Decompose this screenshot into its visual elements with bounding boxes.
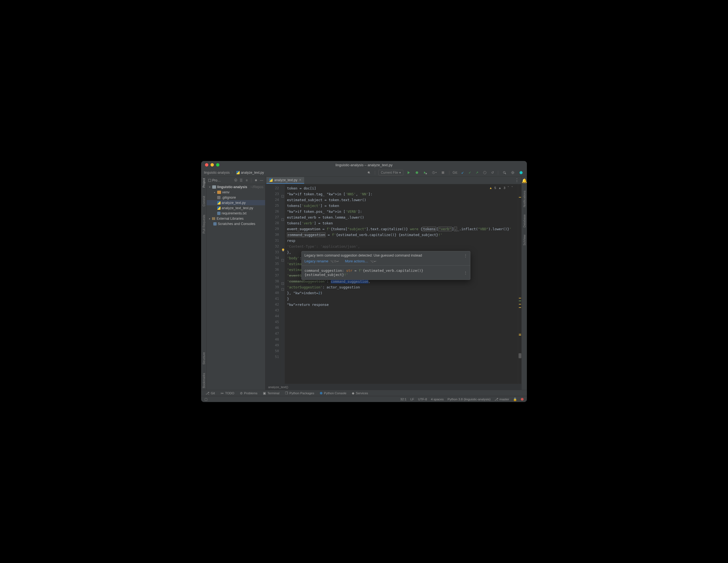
zoom-window-icon[interactable] — [216, 163, 219, 167]
todo-tool-button[interactable]: ≔TODO — [221, 391, 234, 395]
intention-message: Legacy term command suggestion detected:… — [304, 254, 422, 257]
notifications-tool-tab[interactable]: Notifications — [523, 191, 526, 207]
search-everywhere-button[interactable] — [501, 170, 507, 175]
legacy-rename-link[interactable]: Legacy rename — [304, 259, 328, 263]
breadcrumb-project[interactable]: linguistic-analysis — [204, 171, 230, 175]
python-file-icon — [217, 206, 221, 210]
fold-toggle-icon[interactable]: − — [281, 288, 284, 291]
stop-button[interactable] — [440, 170, 446, 175]
scroll-thumb[interactable] — [519, 353, 521, 358]
git-history-button[interactable] — [482, 170, 488, 175]
run-config-selector[interactable]: Current File▾ — [378, 170, 404, 175]
toolbar-separator: │ — [250, 178, 253, 182]
git-push-button[interactable]: ↗ — [475, 170, 480, 175]
breadcrumb-file[interactable]: analyze_text.py — [241, 171, 264, 175]
select-opened-file-icon[interactable]: ⦿ — [234, 178, 238, 182]
commit-tool-tab[interactable]: Commit — [202, 196, 206, 206]
sciview-tool-tab[interactable]: SciView — [523, 235, 526, 245]
tool-settings-icon[interactable]: ✸ — [254, 178, 258, 182]
tree-row-scratches[interactable]: Scratches and Consoles — [207, 221, 265, 226]
close-window-icon[interactable] — [205, 163, 208, 167]
code-with-me-button[interactable] — [518, 170, 524, 175]
services-tool-button[interactable]: ◆Services — [352, 391, 368, 395]
collapse-all-icon[interactable]: ≡ — [245, 178, 249, 182]
editor-tab[interactable]: analyze_text.py✕ — [266, 177, 304, 184]
toolbar-separator: │ — [374, 171, 376, 175]
expand-all-icon[interactable]: ☰ — [239, 178, 243, 182]
ide-settings-button[interactable] — [510, 170, 516, 175]
rollback-button[interactable]: ↺ — [490, 170, 495, 175]
tree-row-venv[interactable]: ▸venv — [207, 190, 265, 195]
debug-button[interactable] — [414, 170, 420, 175]
python-interpreter[interactable]: Python 3.8 (linguistic-analysis) — [448, 398, 491, 401]
popup-options-icon[interactable]: ⋮ — [464, 254, 467, 258]
git-commit-button[interactable]: ✓ — [467, 170, 472, 175]
services-icon: ◆ — [352, 391, 354, 395]
tree-row-analyze-text-test[interactable]: analyze_text_test.py — [207, 205, 265, 211]
warning-icon[interactable]: ▲ — [489, 186, 492, 190]
profile-button[interactable]: ▾ — [430, 170, 438, 175]
git-branch-widget[interactable]: ⎇master — [494, 397, 509, 401]
minimize-window-icon[interactable] — [211, 163, 214, 167]
caret-position[interactable]: 32:1 — [400, 398, 406, 401]
terminal-tool-button[interactable]: ▣Terminal — [263, 391, 279, 395]
problems-tool-button[interactable]: ⊘Problems — [240, 391, 258, 395]
fold-toggle-icon[interactable]: − — [281, 195, 284, 198]
readonly-lock-icon[interactable]: 🔒 — [513, 397, 517, 401]
warning-count: 5 — [494, 186, 496, 190]
error-stripe[interactable] — [518, 184, 521, 384]
shortcut-hint: ⌥↩ — [370, 260, 376, 263]
packages-icon: ❒ — [285, 391, 288, 395]
notifications-bell-icon[interactable]: 🔔 — [522, 178, 527, 183]
add-config-button[interactable] — [366, 170, 372, 175]
editor-breadcrumb[interactable]: analyze_text() — [265, 384, 521, 390]
preview-options-icon[interactable]: ⋮ — [464, 271, 467, 275]
python-console-tool-button[interactable]: ⬢Python Console — [320, 391, 346, 395]
pull-requests-tool-tab[interactable]: Pull Requests — [202, 215, 206, 234]
fold-toggle-icon[interactable]: + — [281, 282, 284, 285]
tab-options-icon[interactable]: ⋮ — [512, 178, 521, 183]
project-tree[interactable]: ▾linguistic-analysis ~/Repos ▸venv .giti… — [207, 184, 265, 390]
git-tool-button[interactable]: ⎇Git — [206, 391, 215, 395]
line-separator[interactable]: LF — [410, 398, 414, 401]
fold-toggle-icon[interactable]: − — [281, 259, 284, 262]
python-packages-tool-button[interactable]: ❒Python Packages — [285, 391, 314, 395]
close-tab-icon[interactable]: ✕ — [299, 178, 301, 182]
tree-row-gitignore[interactable]: .gitignore — [207, 195, 265, 200]
fold-toggle-icon[interactable]: − — [281, 218, 284, 221]
tree-row-external-libraries[interactable]: ▸External Libraries — [207, 216, 265, 221]
navigation-bar: linguistic-analysis 〉 analyze_text.py │ … — [201, 169, 527, 176]
status-bar: ▢ 32:1 LF UTF-8 4 spaces Python 3.8 (lin… — [201, 396, 527, 402]
line-number-gutter[interactable]: 2223242526272829303132333435363738394041… — [265, 184, 281, 384]
intention-bulb-icon[interactable] — [281, 248, 285, 251]
svg-point-6 — [512, 172, 513, 173]
code-editor[interactable]: token = doc[i] "kw">if token.tag_ "kw">i… — [285, 184, 518, 384]
run-button[interactable] — [406, 170, 412, 175]
intention-popup: Legacy term command suggestion detected:… — [301, 251, 470, 280]
titlebar: linguistic-analysis – analyze_text.py — [201, 161, 527, 169]
weak-warning-icon[interactable]: ▲ — [498, 186, 501, 190]
shortcut-hint: ⌥⇧↩ — [330, 260, 339, 263]
database-tool-tab[interactable]: Database — [523, 214, 526, 227]
toolbar-separator: │ — [497, 171, 499, 175]
bookmarks-tool-tab[interactable]: Bookmarks — [202, 373, 206, 388]
tool-window-quick-access-icon[interactable]: ▢ — [204, 397, 207, 401]
indent-settings[interactable]: 4 spaces — [431, 398, 444, 401]
project-tool-tab[interactable]: Project — [202, 178, 206, 188]
file-encoding[interactable]: UTF-8 — [418, 398, 427, 401]
more-actions-link[interactable]: More actions… — [345, 259, 368, 263]
fold-column[interactable]: − − − + − — [281, 184, 285, 384]
python-file-icon — [269, 178, 273, 182]
tree-row-analyze-text[interactable]: analyze_text.py — [207, 200, 265, 205]
tree-row-root[interactable]: ▾linguistic-analysis ~/Repos — [207, 184, 265, 190]
tree-row-requirements[interactable]: requirements.txt — [207, 211, 265, 216]
run-coverage-button[interactable] — [422, 170, 428, 175]
structure-tool-tab[interactable]: Structure — [202, 352, 206, 365]
fatal-error-indicator-icon[interactable] — [521, 398, 524, 401]
minimize-tool-icon[interactable]: — — [260, 178, 263, 182]
inspection-expand-icon[interactable]: ˄ — [507, 186, 509, 190]
weak-warning-count: 3 — [504, 186, 505, 190]
inspection-collapse-icon[interactable]: ˅ — [511, 186, 513, 190]
git-update-button[interactable]: ↙ — [460, 170, 465, 175]
project-view-label[interactable]: Pro… — [212, 178, 221, 182]
